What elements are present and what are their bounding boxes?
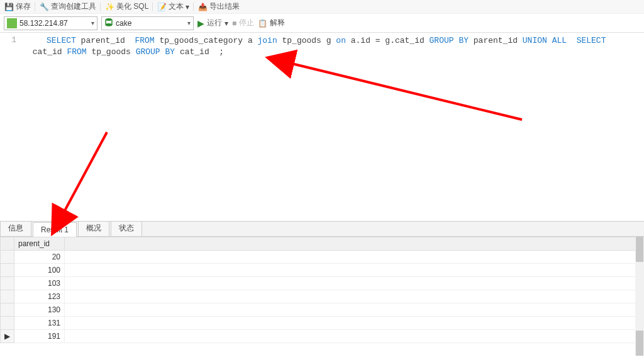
result-table[interactable]: parent_id 20100103123130131▶191 (0, 237, 644, 343)
save-icon: 💾 (4, 2, 14, 12)
tab-label: 概况 (86, 224, 101, 232)
play-icon: ▶ (197, 18, 204, 28)
server-icon (7, 18, 17, 28)
cell-value[interactable]: 123 (14, 290, 65, 303)
sql-keyword: join (257, 36, 277, 45)
tab-label: 状态 (119, 224, 134, 232)
stop-icon: ■ (232, 19, 236, 28)
tab-status[interactable]: 状态 (111, 220, 142, 236)
beautify-sql-button[interactable]: ✨ 美化 SQL (104, 1, 148, 12)
sql-keyword: BY (160, 47, 175, 57)
table-row[interactable]: 20 (1, 251, 645, 264)
cell-value[interactable]: 100 (14, 264, 65, 277)
cell-empty (65, 290, 645, 303)
explain-label: 解释 (270, 18, 285, 28)
scrollbar-thumb[interactable] (636, 331, 643, 356)
database-icon (104, 18, 113, 28)
row-indicator (1, 303, 14, 317)
top-toolbar: 💾 保存 🔧 查询创建工具 ✨ 美化 SQL 📝 文本 ▾ 📤 导出结果 (0, 0, 644, 14)
beautify-icon: ✨ (104, 2, 114, 12)
cell-value[interactable]: 130 (14, 303, 65, 317)
sql-keyword: SELECT (47, 36, 76, 45)
column-header-blank (65, 237, 645, 251)
database-value: cake (116, 19, 185, 28)
save-label: 保存 (16, 1, 31, 12)
stop-button[interactable]: ■ 停止 (232, 18, 254, 28)
run-button[interactable]: ▶ 运行 ▾ (197, 18, 228, 28)
server-value: 58.132.214.87 (19, 19, 89, 28)
cell-value[interactable]: 20 (14, 251, 65, 264)
explain-icon: 📋 (258, 19, 267, 28)
export-icon: 📤 (197, 2, 208, 12)
cell-empty (65, 317, 645, 330)
row-indicator (1, 264, 14, 277)
column-header[interactable]: parent_id (14, 237, 65, 251)
scrollbar-thumb[interactable] (636, 237, 643, 262)
server-select[interactable]: 58.132.214.87 ▾ (4, 16, 97, 30)
run-label: 运行 (207, 18, 222, 28)
tab-profile[interactable]: 概况 (78, 220, 109, 236)
cell-value[interactable]: 103 (14, 277, 65, 290)
sql-text: parent_id (469, 36, 523, 45)
tab-label: 信息 (8, 224, 23, 232)
save-button[interactable]: 💾 保存 (4, 1, 31, 12)
row-header-blank (1, 237, 14, 251)
sql-keyword: UNION (523, 36, 547, 45)
table-row[interactable]: ▶191 (1, 330, 645, 343)
row-indicator (1, 277, 14, 290)
sql-keyword: GROUP (430, 36, 454, 45)
cell-empty (65, 277, 645, 290)
separator (193, 3, 194, 11)
tab-info[interactable]: 信息 (0, 220, 31, 236)
sql-text: parent_id (76, 36, 135, 45)
query-builder-icon: 🔧 (39, 2, 49, 12)
tab-result1[interactable]: Result 1 (33, 222, 77, 237)
sql-keyword: BY (454, 36, 469, 45)
query-builder-button[interactable]: 🔧 查询创建工具 (39, 1, 96, 12)
sql-keyword: FROM (135, 36, 154, 45)
cell-empty (65, 264, 645, 277)
cell-value[interactable]: 131 (14, 317, 65, 330)
main-toolbar: 58.132.214.87 ▾ cake ▾ ▶ 运行 ▾ ■ 停止 📋 解释 (0, 14, 644, 33)
sql-editor[interactable]: 1 SELECT parent_id FROM tp_goods_categor… (0, 33, 644, 222)
export-label: 导出结果 (209, 1, 240, 12)
line-number: 1 (0, 35, 16, 45)
separator (152, 3, 153, 11)
row-indicator (1, 317, 14, 330)
stop-label: 停止 (239, 18, 254, 28)
beautify-label: 美化 SQL (116, 1, 148, 12)
table-row[interactable]: 123 (1, 290, 645, 303)
table-row[interactable]: 131 (1, 317, 645, 330)
sql-text (567, 36, 577, 45)
text-icon: 📝 (157, 2, 167, 12)
separator (35, 3, 35, 11)
sql-keyword: GROUP (136, 47, 160, 57)
result-tabs: 信息 Result 1 概况 状态 (0, 222, 644, 237)
dropdown-icon: ▾ (186, 3, 189, 11)
export-button[interactable]: 📤 导出结果 (197, 1, 240, 12)
vertical-scrollbar[interactable] (635, 237, 644, 356)
sql-text: tp_goods (87, 47, 136, 57)
cell-empty (65, 330, 645, 343)
separator (100, 3, 101, 11)
line-gutter: 1 (0, 33, 23, 221)
chevron-down-icon: ▾ (187, 20, 191, 26)
table-row[interactable]: 100 (1, 264, 645, 277)
cell-value[interactable]: 191 (14, 330, 65, 343)
row-indicator (1, 290, 14, 303)
table-row[interactable]: 103 (1, 277, 645, 290)
table-row[interactable]: 130 (1, 303, 645, 317)
sql-text: cat_id ; (175, 47, 224, 57)
row-indicator (1, 251, 14, 264)
cell-empty (65, 303, 645, 317)
chevron-down-icon: ▾ (91, 20, 94, 26)
text-dropdown[interactable]: 📝 文本 ▾ (157, 1, 189, 12)
sql-code[interactable]: SELECT parent_id FROM tp_goods_category … (23, 33, 644, 221)
sql-keyword: SELECT (577, 36, 606, 45)
sql-text: tp_goods g (277, 36, 336, 45)
text-label: 文本 (169, 1, 184, 12)
database-select[interactable]: cake ▾ (101, 16, 194, 30)
explain-button[interactable]: 📋 解释 (258, 18, 285, 28)
row-indicator: ▶ (1, 330, 14, 343)
sql-keyword: ALL (547, 36, 567, 45)
